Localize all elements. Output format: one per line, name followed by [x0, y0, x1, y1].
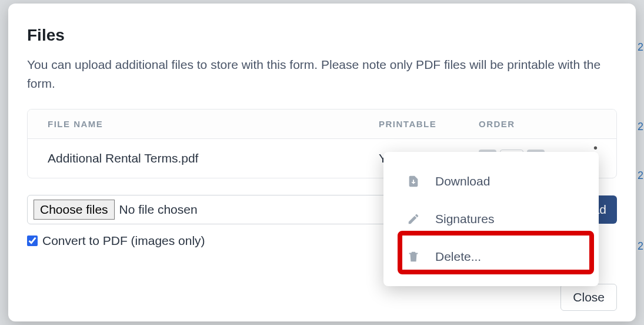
background-text: 2	[638, 240, 643, 253]
menu-item-label: Delete...	[435, 250, 481, 264]
background-text: 2	[638, 170, 643, 182]
row-actions-menu: Download Signatures Delete...	[383, 152, 599, 286]
modal-title: Files	[27, 26, 617, 45]
modal-footer: Close	[560, 284, 617, 311]
close-button[interactable]: Close	[560, 284, 617, 311]
choose-files-button[interactable]: Choose files	[34, 200, 115, 220]
modal-description: You can upload additional files to store…	[27, 55, 615, 92]
column-header-filename: FILE NAME	[48, 119, 379, 129]
edit-icon	[407, 213, 420, 225]
menu-item-label: Signatures	[435, 212, 494, 226]
trash-icon	[407, 250, 420, 263]
column-header-printable: PRINTABLE	[379, 119, 479, 129]
table-header-row: FILE NAME PRINTABLE ORDER	[28, 110, 616, 139]
menu-item-label: Download	[435, 174, 490, 188]
background-text: 2	[638, 121, 643, 133]
menu-item-delete[interactable]: Delete...	[383, 238, 599, 276]
column-header-order: ORDER	[479, 119, 596, 129]
convert-to-pdf-checkbox[interactable]	[27, 236, 38, 246]
convert-to-pdf-label: Convert to PDF (images only)	[42, 234, 205, 248]
no-file-chosen-text: No file chosen	[119, 203, 198, 217]
menu-item-download[interactable]: Download	[383, 162, 599, 200]
background-text: 2	[638, 41, 643, 54]
download-icon	[407, 175, 420, 188]
file-name-cell: Additional Rental Terms.pdf	[48, 151, 379, 165]
menu-item-signatures[interactable]: Signatures	[383, 200, 599, 238]
